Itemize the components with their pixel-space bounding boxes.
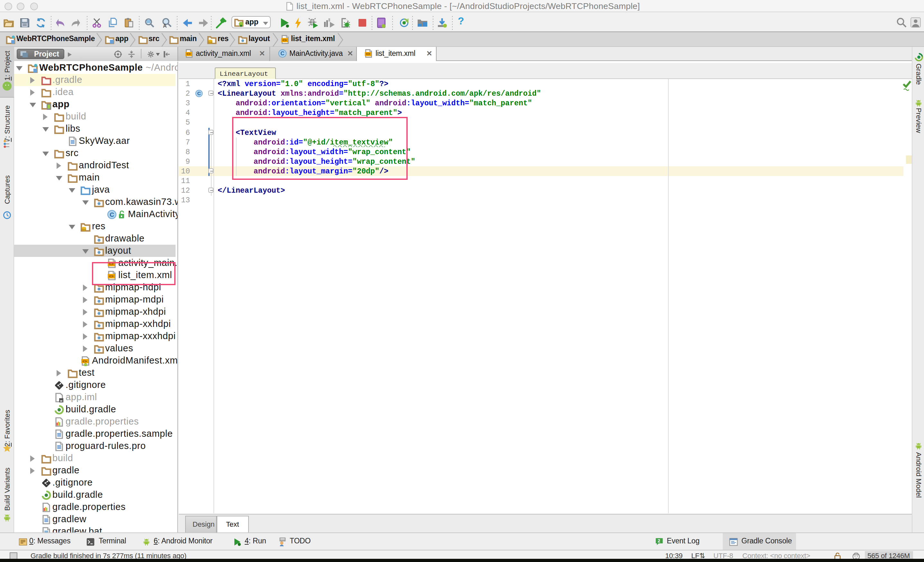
svg-text:2: 2	[657, 538, 660, 543]
svg-text:A: A	[163, 23, 167, 28]
